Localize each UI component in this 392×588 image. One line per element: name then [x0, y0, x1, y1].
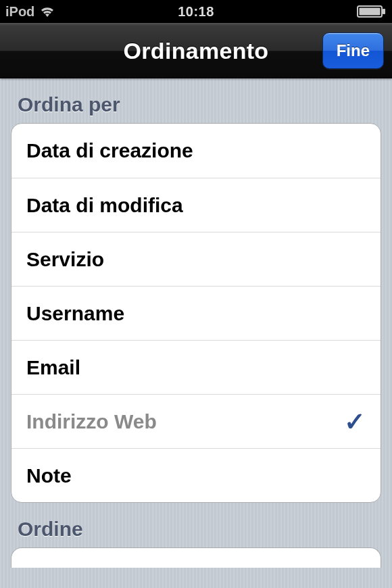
wifi-icon [39, 5, 55, 18]
sort-option-username[interactable]: Username ✓ [11, 286, 381, 340]
sort-option-modified[interactable]: Data di modifica ✓ [11, 178, 381, 232]
section-header-order: Ordine [11, 503, 381, 547]
option-label: Email [26, 356, 80, 379]
sort-options-group: Data di creazione ✓ Data di modifica ✓ S… [11, 123, 381, 503]
svg-rect-2 [383, 9, 385, 14]
option-label: Data di modifica [26, 194, 183, 217]
status-left: iPod [5, 4, 55, 20]
option-label: Username [26, 302, 124, 325]
sort-option-created[interactable]: Data di creazione ✓ [11, 124, 381, 178]
option-label: Data di creazione [26, 139, 193, 162]
nav-title: Ordinamento [124, 38, 269, 64]
screen: iPod 10:18 Ordinamento Fin [0, 0, 392, 588]
order-options-group [11, 547, 381, 568]
sort-option-notes[interactable]: Note ✓ [11, 448, 381, 502]
battery-icon [357, 5, 387, 18]
sort-option-weburl[interactable]: Indirizzo Web ✓ [11, 394, 381, 448]
nav-bar: Ordinamento Fine [0, 23, 392, 78]
checkmark-icon: ✓ [344, 409, 366, 435]
status-right [357, 5, 387, 18]
svg-rect-1 [360, 8, 381, 16]
section-header-sort-by: Ordina per [11, 78, 381, 123]
option-label: Indirizzo Web [26, 410, 157, 433]
option-label: Note [26, 464, 72, 487]
sort-option-email[interactable]: Email ✓ [11, 340, 381, 394]
option-label: Servizio [26, 248, 104, 271]
content-scroll[interactable]: Ordina per Data di creazione ✓ Data di m… [0, 78, 392, 588]
status-bar: iPod 10:18 [0, 0, 392, 23]
status-time: 10:18 [0, 4, 392, 20]
carrier-label: iPod [5, 4, 34, 20]
done-button-label: Fine [337, 41, 370, 60]
done-button[interactable]: Fine [322, 32, 384, 69]
sort-option-service[interactable]: Servizio ✓ [11, 232, 381, 286]
